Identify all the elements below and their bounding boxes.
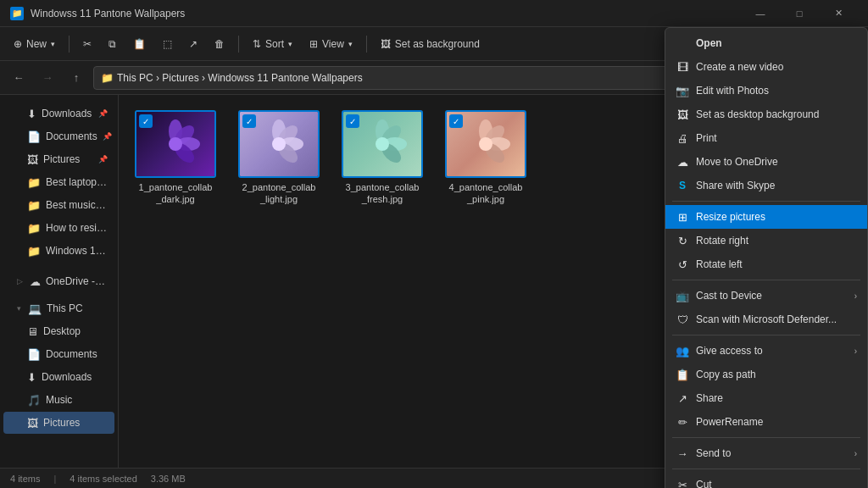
sidebar-label: Best music pro... [46,199,108,211]
folder-icon: 📁 [27,176,41,189]
ctx-share[interactable]: ↗ Share [665,386,867,410]
sidebar-label: This PC [47,302,83,314]
delete-button[interactable]: 🗑 [208,31,231,57]
rotate-right-icon: ↻ [676,235,689,247]
sidebar-item-this-pc[interactable]: ▾ 💻 This PC [3,297,114,319]
up-button[interactable]: ↑ [64,66,88,90]
file-thumb-pink: ✓ [445,110,526,178]
folder-icon: 📁 [27,222,41,235]
svg-point-4 [169,137,182,151]
ctx-label: Send to [696,447,731,459]
paste-icon: 📋 [133,38,146,50]
sidebar-item-desktop[interactable]: 🖥 Desktop [3,320,114,342]
ctx-edit-photos[interactable]: 📷 Edit with Photos [665,79,867,103]
maximize-button[interactable]: □ [780,0,819,27]
new-arrow: ▾ [51,40,55,48]
view-button[interactable]: ⊞ View ▾ [303,31,359,57]
expand-icon: ▷ [17,277,23,286]
sidebar-item-how-to-resize[interactable]: 📁 How to resize e... [3,217,114,239]
sidebar-item-documents-pc[interactable]: 📄 Documents [3,343,114,365]
sidebar-item-downloads-pc[interactable]: ⬇ Downloads [3,366,114,388]
ctx-resize[interactable]: ⊞ Resize pictures [665,205,867,229]
context-menu: Open 🎞 Create a new video 📷 Edit with Ph… [665,27,868,488]
status-separator: | [53,474,56,484]
sidebar-label: Documents [46,348,97,360]
ctx-label: Cut [696,479,712,488]
share-button[interactable]: ↗ [182,31,204,57]
ctx-give-access[interactable]: 👥 Give access to › [665,339,867,363]
sidebar-item-pictures-pinned[interactable]: 🖼 Pictures 📌 [3,148,114,170]
ctx-move-onedrive[interactable]: ☁ Move to OneDrive [665,150,867,174]
path-icon: 📋 [676,369,689,381]
ctx-send-to[interactable]: → Send to › [665,441,867,465]
file-name-fresh: 3_pantone_collab _fresh.jpg [341,181,424,206]
copy-icon: ⧉ [108,38,116,50]
back-button[interactable]: ← [7,66,31,90]
file-item-fresh[interactable]: ✓ 3_pantone_collab _fresh.jpg [336,105,429,211]
ctx-rotate-right[interactable]: ↻ Rotate right [665,229,867,252]
sidebar-item-best-laptops[interactable]: 📁 Best laptops wi... [3,171,114,193]
selected-count: 4 items selected [70,474,136,484]
sidebar-label: Desktop [43,325,81,337]
toolbar-divider-2 [238,36,239,53]
sidebar-item-documents-pinned[interactable]: 📄 Documents 📌 [3,125,114,147]
file-item-light[interactable]: ✓ 2_pantone_collab _light.jpg [232,105,326,211]
sidebar: ⬇ Downloads 📌 📄 Documents 📌 🖼 Pictures 📌… [0,95,119,468]
share-icon: ↗ [676,392,689,405]
cut-button[interactable]: ✂ [76,31,98,57]
ctx-label: Copy as path [696,369,756,380]
background-button[interactable]: 🖼 Set as background [374,31,487,57]
sidebar-item-pictures-pc[interactable]: 🖼 Pictures [3,412,114,434]
sidebar-item-downloads-pinned[interactable]: ⬇ Downloads 📌 [3,103,114,125]
sidebar-item-onedrive[interactable]: ▷ ☁ OneDrive - Perso... [3,270,114,292]
ctx-label: Set as desktop background [696,108,819,120]
new-button[interactable]: ⊕ New ▾ [7,31,62,57]
sidebar-item-music[interactable]: 🎵 Music [3,389,114,411]
sidebar-item-win11-bu[interactable]: 📁 Windows 11 bu... [3,240,114,262]
music-icon: 🎵 [27,394,41,407]
ctx-rotate-left[interactable]: ↺ Rotate left [665,252,867,276]
view-arrow: ▾ [348,40,353,48]
defender-icon: 🛡 [676,313,689,326]
background-icon: 🖼 [676,108,689,121]
minimize-button[interactable]: — [741,0,780,27]
ctx-separator-5 [672,469,860,469]
ctx-set-background[interactable]: 🖼 Set as desktop background [665,103,867,126]
sidebar-label: Best laptops wi... [46,176,108,188]
ctx-open[interactable]: Open [665,31,867,55]
submenu-arrow: › [854,347,857,356]
folder-icon: 📁 [27,199,41,212]
svg-point-19 [479,137,492,151]
documents-icon: 📄 [27,130,41,143]
ctx-separator-1 [672,201,860,202]
ctx-share-skype[interactable]: S Share with Skype [665,174,867,197]
ctx-label: Create a new video [696,61,783,73]
ctx-print[interactable]: 🖨 Print [665,126,867,150]
ctx-label: Scan with Microsoft Defender... [696,313,837,325]
ctx-power-rename[interactable]: ✏ PowerRename [665,410,867,434]
copy-button[interactable]: ⧉ [102,31,123,57]
photos-icon: 📷 [676,85,689,97]
ctx-label: Move to OneDrive [696,156,778,168]
paste-button[interactable]: 📋 [126,31,153,57]
file-item-dark[interactable]: ✓ 1_pantone_collab _dark.jpg [129,105,222,211]
sidebar-item-best-music[interactable]: 📁 Best music pro... [3,194,114,216]
title-bar-controls: — □ ✕ [741,0,858,27]
pictures-icon: 🖼 [27,417,38,430]
file-item-pink[interactable]: ✓ 4_pantone_collab _pink.jpg [439,105,532,211]
title-bar-text: Windowss 11 Pantone Wallpapers [31,8,741,19]
ctx-separator-2 [672,280,860,280]
ctx-copy-path[interactable]: 📋 Copy as path [665,363,867,386]
ctx-cast[interactable]: 📺 Cast to Device › [665,284,867,308]
rename-button[interactable]: ⬚ [156,31,179,57]
ctx-defender[interactable]: 🛡 Scan with Microsoft Defender... [665,308,867,331]
ctx-label: Give access to [696,345,763,357]
forward-button[interactable]: → [36,66,59,90]
ctx-cut[interactable]: ✂ Cut [665,473,867,488]
share-icon: ↗ [189,38,198,50]
close-button[interactable]: ✕ [819,0,858,27]
sort-button[interactable]: ⇅ Sort ▾ [246,31,299,57]
sort-arrow: ▾ [288,40,292,48]
address-path[interactable]: 📁 This PC › Pictures › Windowss 11 Panto… [93,66,675,90]
ctx-create-video[interactable]: 🎞 Create a new video [665,55,867,79]
